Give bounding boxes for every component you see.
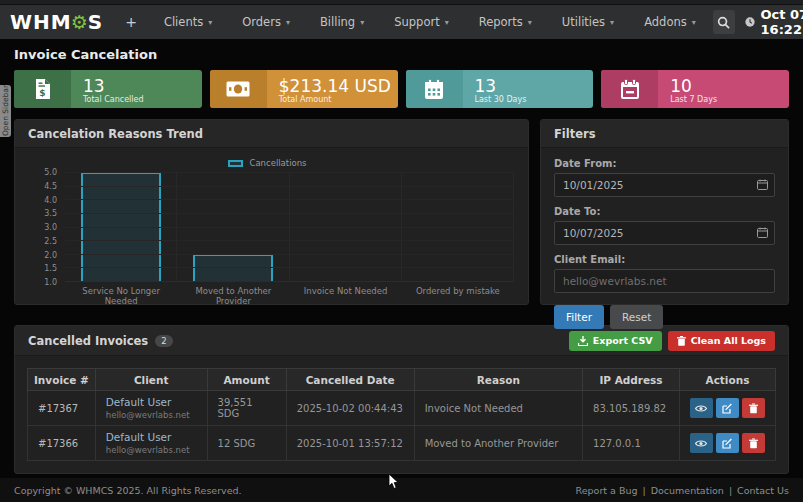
nav-item-label: Billing	[320, 15, 355, 29]
count-badge: 2	[155, 335, 172, 347]
invoice-amount: 12 SDG	[207, 426, 286, 461]
cancelled-invoices-panel: Cancelled Invoices 2 Export CSV Clean Al…	[14, 325, 789, 474]
footer-link[interactable]: Contact Us	[737, 485, 789, 496]
nav-item-reports[interactable]: Reports ▾	[466, 5, 545, 39]
filters-panel: Filters Date From: Date To: Client Email…	[540, 119, 789, 305]
col-ip: IP Address	[583, 369, 680, 391]
open-sidebar-tab[interactable]: Open Sidebar	[0, 85, 11, 137]
export-csv-button[interactable]: Export CSV	[569, 331, 662, 351]
client-email-label: Client Email:	[554, 254, 775, 265]
quick-add-button[interactable]: +	[115, 14, 147, 30]
view-button[interactable]	[690, 398, 713, 418]
caret-down-icon: ▾	[610, 18, 614, 27]
stat-label: Last 7 Days	[670, 95, 789, 104]
stat-card-last-7-days: 10 Last 7 Days	[601, 70, 789, 108]
cancel-reason: Invoice Not Needed	[414, 391, 582, 426]
delete-button[interactable]	[742, 398, 765, 418]
main-content: Invoice Cancelation $ 13 Total Cancelled…	[0, 39, 803, 474]
view-button[interactable]	[690, 433, 713, 453]
gridline	[65, 172, 514, 173]
calendar-picker-icon[interactable]	[757, 179, 768, 190]
x-tick-label: Service No Longer Needed	[65, 286, 177, 306]
y-tick-label: 1.0	[44, 278, 57, 287]
svg-text:$: $	[39, 88, 45, 98]
nav-item-clients[interactable]: Clients ▾	[151, 5, 225, 39]
stats-row: $ 13 Total Cancelled $213.14 USD Total A…	[14, 70, 789, 108]
date-from-input[interactable]	[554, 173, 775, 197]
whmcs-logo[interactable]: WHM⚙S	[10, 10, 103, 34]
col-actions: Actions	[679, 369, 775, 391]
cancel-reason: Moved to Another Provider	[414, 426, 582, 461]
chart-y-axis: 5.04.54.03.53.02.52.01.51.0	[21, 172, 65, 282]
stat-label: Last 30 Days	[475, 95, 594, 104]
calendar-icon	[424, 79, 444, 100]
date-to-input[interactable]	[554, 221, 775, 245]
chart-panel: Cancelation Reasons Trend Cancellations …	[14, 119, 529, 305]
y-tick-label: 3.5	[44, 209, 57, 218]
client-email: hello@wevrlabs.net	[106, 445, 197, 455]
caret-down-icon: ▾	[208, 18, 212, 27]
nav-item-utilities[interactable]: Utilities ▾	[549, 5, 627, 39]
date-from-label: Date From:	[554, 158, 775, 169]
client-name-link[interactable]: Default User	[106, 431, 197, 443]
invoice-number: #17366	[28, 426, 96, 461]
x-tick-label: Invoice Not Needed	[290, 286, 402, 306]
calendar-picker-icon[interactable]	[757, 227, 768, 238]
chart-plot	[65, 172, 514, 282]
invoice-amount: 39,551 SDG	[207, 391, 286, 426]
date-to-label: Date To:	[554, 206, 775, 217]
filter-button[interactable]: Filter	[554, 305, 604, 329]
stat-value: 13	[83, 77, 202, 95]
nav-item-billing[interactable]: Billing ▾	[307, 5, 377, 39]
nav-item-support[interactable]: Support ▾	[381, 5, 461, 39]
gridline	[65, 227, 514, 228]
nav-item-addons[interactable]: Addons ▾	[631, 5, 709, 39]
logo-text-prefix: WHM	[10, 10, 72, 34]
logo-text-suffix: S	[88, 10, 103, 34]
trash-icon	[677, 336, 686, 346]
delete-button[interactable]	[742, 433, 765, 453]
cancelled-date: 2025-10-01 13:57:12	[286, 426, 414, 461]
edit-button[interactable]	[716, 433, 739, 453]
stat-value: $213.14 USD	[279, 77, 398, 95]
clock-icon	[745, 15, 755, 29]
legend-swatch	[228, 160, 243, 167]
client-name-link[interactable]: Default User	[106, 396, 197, 408]
trash-icon	[749, 403, 758, 414]
footer-link[interactable]: Documentation	[651, 485, 724, 496]
client-email-input[interactable]	[554, 269, 775, 293]
stat-label: Total Amount	[279, 95, 398, 104]
edit-button[interactable]	[716, 398, 739, 418]
footer-link[interactable]: Report a Bug	[576, 485, 638, 496]
chart-x-axis: Service No Longer NeededMoved to Another…	[65, 286, 514, 306]
y-tick-label: 4.0	[44, 195, 57, 204]
eye-icon	[695, 439, 707, 448]
y-tick-label: 5.0	[44, 168, 57, 177]
export-csv-label: Export CSV	[593, 335, 653, 346]
caret-down-icon: ▾	[286, 18, 290, 27]
clean-all-logs-button[interactable]: Clean All Logs	[668, 331, 775, 351]
footer-separator: |	[642, 485, 645, 496]
table-row: #17367 Default User hello@wevrlabs.net 3…	[28, 391, 776, 426]
nav-item-label: Orders	[242, 15, 281, 29]
mouse-cursor	[388, 474, 400, 490]
nav-item-orders[interactable]: Orders ▾	[229, 5, 303, 39]
client-email: hello@wevrlabs.net	[106, 410, 197, 420]
x-tick-label: Moved to Another Provider	[177, 286, 289, 306]
x-tick-label: Ordered by mistake	[402, 286, 514, 306]
reset-button[interactable]: Reset	[610, 305, 663, 329]
edit-icon	[722, 438, 733, 449]
chart-legend[interactable]: Cancellations	[21, 156, 514, 170]
clean-all-logs-label: Clean All Logs	[691, 335, 766, 346]
trash-icon	[749, 438, 758, 449]
nav-item-label: Reports	[479, 15, 523, 29]
y-tick-label: 2.0	[44, 250, 57, 259]
cancellation-reasons-chart: Cancellations 5.04.54.03.53.02.52.01.51.…	[15, 148, 528, 310]
search-button[interactable]	[713, 10, 735, 34]
caret-down-icon: ▾	[360, 18, 364, 27]
col-amount: Amount	[207, 369, 286, 391]
y-tick-label: 4.5	[44, 181, 57, 190]
caret-down-icon: ▾	[445, 18, 449, 27]
gridline	[65, 199, 514, 200]
cancelled-date: 2025-10-02 00:44:43	[286, 391, 414, 426]
